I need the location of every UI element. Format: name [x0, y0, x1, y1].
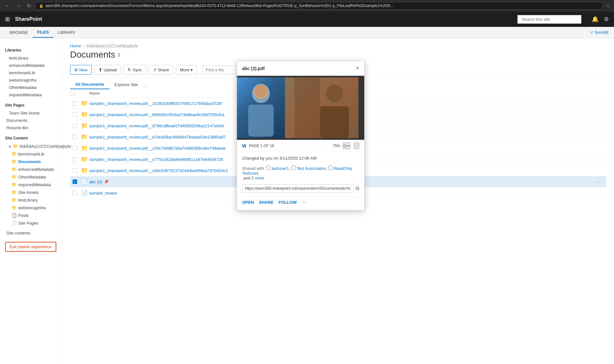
shared-user2-link[interactable]: Test Automation	[296, 166, 326, 171]
sidebar-item-sc-required-metadata[interactable]: 📁 requiredMetadata	[0, 181, 62, 188]
share-action-button[interactable]: SHARE	[259, 200, 274, 205]
sidebar-item-sc-documents[interactable]: 📁 Documents	[0, 158, 62, 165]
preview-close-button[interactable]: ×	[356, 65, 359, 72]
open-button[interactable]: OPEN	[242, 200, 254, 205]
header-checkbox-col	[70, 91, 80, 96]
pagination: ◄ 31 - 39	[62, 362, 614, 364]
preview-zoom: 75%	[333, 144, 340, 148]
info-icon[interactable]: ℹ	[118, 52, 120, 58]
row-checkbox[interactable]	[70, 146, 80, 150]
more-button[interactable]: More ▾	[176, 65, 197, 75]
sidebar-item-sc-site-pages[interactable]: 📄 Site Pages	[0, 219, 62, 227]
sidebar-item-benchmarklib[interactable]: benchmarkLib	[0, 69, 62, 76]
tab-express-site[interactable]: Express Site	[109, 80, 143, 89]
tab-files[interactable]: FILES	[33, 27, 53, 38]
row-checkbox[interactable]	[70, 135, 80, 139]
preview-person-left	[237, 77, 285, 138]
preview-url-container: ⧉	[237, 183, 364, 196]
preview-fullscreen-button[interactable]: ⤢	[354, 143, 359, 149]
sidebar-item-recycle-bin[interactable]: Recycle Bin	[0, 124, 62, 131]
bell-icon[interactable]: 🔔	[592, 16, 599, 23]
actions-more-button[interactable]: ···	[302, 199, 306, 205]
svg-point-3	[255, 84, 267, 97]
sync-button[interactable]: ↻ Sync	[123, 65, 146, 75]
sidebar-item-sc-benchmarklib[interactable]: 📁 benchmarkLib	[0, 150, 62, 158]
sidebar-item-documents[interactable]: Documents	[0, 117, 62, 124]
pdf-icon: 📄	[80, 189, 89, 196]
shared-user1-checkbox[interactable]	[266, 166, 271, 170]
sidebar-item-sc-enhanced-metadata[interactable]: 📁 enhancedMetadata	[0, 165, 62, 173]
site-pages-section-title: Site Pages	[0, 101, 62, 109]
row-checkbox[interactable]	[70, 112, 80, 117]
row-checkbox[interactable]	[70, 168, 80, 173]
search-container	[512, 15, 586, 24]
breadcrumb: Home › ššãÃãAçCćCĊCòéñĵûøβγδε	[70, 44, 606, 48]
libraries-section-title: Libraries	[0, 46, 62, 54]
sync-icon: ↻	[128, 67, 131, 72]
sidebar-item-required-metadata[interactable]: requiredMetadata	[0, 91, 62, 99]
preview-url-input[interactable]	[242, 184, 354, 193]
star-button[interactable]: ☆	[606, 3, 610, 8]
breadcrumb-separator: ›	[83, 44, 84, 48]
tab-all-documents[interactable]: All Documents	[70, 80, 109, 89]
sidebar-item-sc-other-metadata[interactable]: 📁 OtherMetadata	[0, 173, 62, 181]
breadcrumb-home[interactable]: Home	[70, 44, 81, 48]
view-more-button[interactable]: ...	[143, 82, 147, 87]
address-bar[interactable]: 🔒 aeon365.sharepoint.com/automation/Docu…	[35, 2, 603, 10]
sidebar-item-sc-webstorage[interactable]: 📁 webstoragInfra	[0, 204, 62, 211]
forward-button[interactable]: →	[15, 2, 22, 10]
sidebar-item-other-metadata[interactable]: OtherMetadata	[0, 84, 62, 91]
tab-browse[interactable]: BROWSE	[5, 28, 33, 37]
more-shared-link[interactable]: 5 more	[251, 176, 264, 180]
share-icon: ↗	[153, 67, 157, 72]
refresh-button[interactable]: ↻	[26, 2, 32, 10]
sidebar-item-site-contents[interactable]: Site contents	[0, 229, 62, 237]
share-button[interactable]: ↗ Share	[149, 65, 173, 75]
row-checkbox[interactable]	[70, 101, 80, 106]
shared-user1-link[interactable]: testuser1	[272, 166, 289, 171]
sidebar: Libraries testLibrary enhancedMetadata b…	[0, 38, 62, 364]
row-checkbox[interactable]	[70, 123, 80, 128]
upload-button[interactable]: ⬆ Upload	[94, 65, 121, 75]
row-menu-button[interactable]: ···	[597, 179, 606, 185]
folder-icon: 📁	[12, 182, 17, 187]
posts-icon: 📋	[12, 213, 17, 218]
address-text: aeon365.sharepoint.com/automation/Docume…	[45, 4, 599, 8]
sidebar-item-sc-posts[interactable]: 📋 Posts	[0, 211, 62, 219]
search-input[interactable]	[517, 15, 581, 24]
lock-icon: 🔒	[39, 4, 43, 8]
folder-icon: 📁	[80, 122, 89, 129]
copy-url-button[interactable]: ⧉	[356, 186, 359, 191]
folder-icon: 📁	[80, 167, 89, 174]
row-checkbox[interactable]	[70, 191, 80, 195]
preview-view-mode-button[interactable]: ⊞▾	[343, 143, 350, 149]
row-checkbox[interactable]	[70, 179, 80, 184]
sidebar-item-enhanced-metadata[interactable]: enhancedMetadata	[0, 62, 62, 69]
sidebar-item-special-chars[interactable]: ▶ 📁 ššãÃãAçCćCĊCòéñĵûøβγδε	[0, 142, 62, 150]
sidebar-item-sc-site-assets[interactable]: 📁 Site Assets	[0, 188, 62, 196]
shared-user3-checkbox[interactable]	[328, 166, 333, 170]
tab-library[interactable]: LIBRARY	[53, 28, 80, 37]
new-button[interactable]: ⊕ New	[70, 65, 92, 75]
exit-classic-button[interactable]: Exit classic experience	[5, 242, 56, 252]
folder-icon: 📁	[12, 151, 17, 156]
sidebar-item-sc-testlibrary[interactable]: 📁 testLibrary	[0, 196, 62, 204]
ribbon-share[interactable]: ↗ SHARE	[590, 30, 609, 35]
back-button[interactable]: ←	[4, 2, 12, 10]
folder-icon: 📁	[12, 174, 17, 179]
folder-icon: 📁	[12, 159, 17, 164]
upload-icon: ⬆	[98, 67, 102, 72]
grid-icon[interactable]: ⊞	[5, 16, 10, 23]
sidebar-item-team-site-home[interactable]: Team Site Home	[0, 109, 62, 117]
shared-user2-checkbox[interactable]	[291, 166, 295, 170]
settings-icon[interactable]: ⚙	[604, 16, 609, 23]
pdf-icon: 📄	[80, 178, 89, 185]
select-all-checkbox[interactable]	[70, 91, 75, 96]
sidebar-item-testlibrary[interactable]: testLibrary	[0, 54, 62, 62]
browser-actions: ☆	[606, 3, 610, 8]
sidebar-item-webstorage-infra[interactable]: webstoragInfra	[0, 76, 62, 84]
follow-button[interactable]: FOLLOW	[279, 200, 296, 205]
preview-header: abc (3).pdf ×	[237, 61, 364, 76]
row-checkbox[interactable]	[70, 157, 80, 162]
folder-icon: 📁	[13, 144, 18, 149]
